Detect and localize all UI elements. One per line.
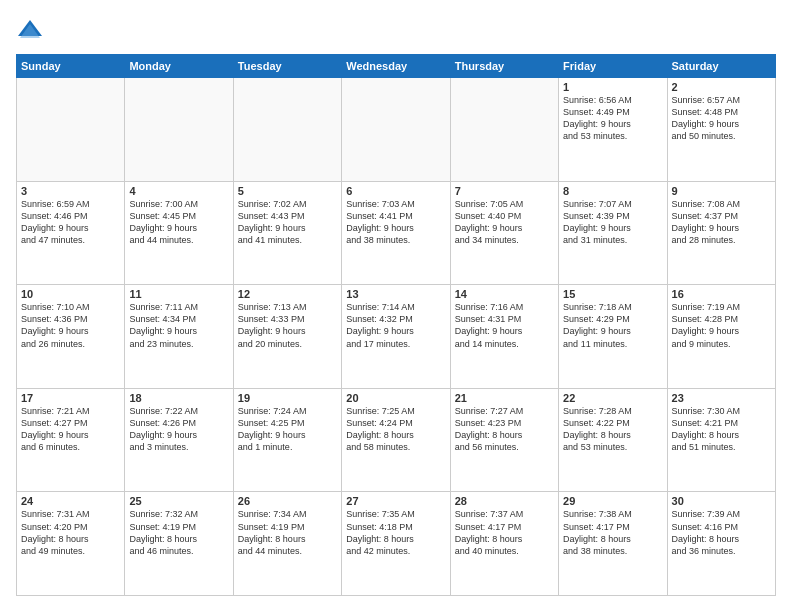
day-number: 21 <box>455 392 554 404</box>
day-info: Sunrise: 7:11 AM Sunset: 4:34 PM Dayligh… <box>129 301 228 350</box>
day-number: 30 <box>672 495 771 507</box>
day-info: Sunrise: 7:16 AM Sunset: 4:31 PM Dayligh… <box>455 301 554 350</box>
day-number: 11 <box>129 288 228 300</box>
calendar-cell: 26Sunrise: 7:34 AM Sunset: 4:19 PM Dayli… <box>233 492 341 596</box>
day-number: 24 <box>21 495 120 507</box>
day-number: 26 <box>238 495 337 507</box>
day-number: 8 <box>563 185 662 197</box>
weekday-header-monday: Monday <box>125 55 233 78</box>
header <box>16 16 776 44</box>
day-number: 2 <box>672 81 771 93</box>
day-info: Sunrise: 7:35 AM Sunset: 4:18 PM Dayligh… <box>346 508 445 557</box>
day-number: 1 <box>563 81 662 93</box>
calendar-cell: 22Sunrise: 7:28 AM Sunset: 4:22 PM Dayli… <box>559 388 667 492</box>
day-info: Sunrise: 7:18 AM Sunset: 4:29 PM Dayligh… <box>563 301 662 350</box>
day-info: Sunrise: 7:22 AM Sunset: 4:26 PM Dayligh… <box>129 405 228 454</box>
calendar-cell: 30Sunrise: 7:39 AM Sunset: 4:16 PM Dayli… <box>667 492 775 596</box>
weekday-header-wednesday: Wednesday <box>342 55 450 78</box>
calendar-cell <box>125 78 233 182</box>
day-number: 9 <box>672 185 771 197</box>
calendar-cell: 16Sunrise: 7:19 AM Sunset: 4:28 PM Dayli… <box>667 285 775 389</box>
day-number: 6 <box>346 185 445 197</box>
day-number: 16 <box>672 288 771 300</box>
calendar-cell: 17Sunrise: 7:21 AM Sunset: 4:27 PM Dayli… <box>17 388 125 492</box>
calendar-cell: 12Sunrise: 7:13 AM Sunset: 4:33 PM Dayli… <box>233 285 341 389</box>
calendar-cell: 2Sunrise: 6:57 AM Sunset: 4:48 PM Daylig… <box>667 78 775 182</box>
day-info: Sunrise: 7:28 AM Sunset: 4:22 PM Dayligh… <box>563 405 662 454</box>
day-number: 14 <box>455 288 554 300</box>
day-info: Sunrise: 7:13 AM Sunset: 4:33 PM Dayligh… <box>238 301 337 350</box>
day-info: Sunrise: 6:56 AM Sunset: 4:49 PM Dayligh… <box>563 94 662 143</box>
calendar-cell: 8Sunrise: 7:07 AM Sunset: 4:39 PM Daylig… <box>559 181 667 285</box>
day-info: Sunrise: 7:08 AM Sunset: 4:37 PM Dayligh… <box>672 198 771 247</box>
week-row-3: 10Sunrise: 7:10 AM Sunset: 4:36 PM Dayli… <box>17 285 776 389</box>
calendar-cell: 10Sunrise: 7:10 AM Sunset: 4:36 PM Dayli… <box>17 285 125 389</box>
day-number: 25 <box>129 495 228 507</box>
day-number: 27 <box>346 495 445 507</box>
day-number: 3 <box>21 185 120 197</box>
day-info: Sunrise: 6:59 AM Sunset: 4:46 PM Dayligh… <box>21 198 120 247</box>
day-info: Sunrise: 7:25 AM Sunset: 4:24 PM Dayligh… <box>346 405 445 454</box>
calendar-cell: 18Sunrise: 7:22 AM Sunset: 4:26 PM Dayli… <box>125 388 233 492</box>
weekday-header-thursday: Thursday <box>450 55 558 78</box>
day-info: Sunrise: 7:27 AM Sunset: 4:23 PM Dayligh… <box>455 405 554 454</box>
weekday-header-row: SundayMondayTuesdayWednesdayThursdayFrid… <box>17 55 776 78</box>
calendar-cell: 13Sunrise: 7:14 AM Sunset: 4:32 PM Dayli… <box>342 285 450 389</box>
day-number: 13 <box>346 288 445 300</box>
day-number: 12 <box>238 288 337 300</box>
calendar-cell: 25Sunrise: 7:32 AM Sunset: 4:19 PM Dayli… <box>125 492 233 596</box>
weekday-header-friday: Friday <box>559 55 667 78</box>
calendar-cell: 15Sunrise: 7:18 AM Sunset: 4:29 PM Dayli… <box>559 285 667 389</box>
day-info: Sunrise: 7:24 AM Sunset: 4:25 PM Dayligh… <box>238 405 337 454</box>
day-number: 22 <box>563 392 662 404</box>
calendar-cell: 23Sunrise: 7:30 AM Sunset: 4:21 PM Dayli… <box>667 388 775 492</box>
day-info: Sunrise: 7:30 AM Sunset: 4:21 PM Dayligh… <box>672 405 771 454</box>
week-row-5: 24Sunrise: 7:31 AM Sunset: 4:20 PM Dayli… <box>17 492 776 596</box>
calendar-cell: 29Sunrise: 7:38 AM Sunset: 4:17 PM Dayli… <box>559 492 667 596</box>
day-info: Sunrise: 7:14 AM Sunset: 4:32 PM Dayligh… <box>346 301 445 350</box>
day-number: 10 <box>21 288 120 300</box>
day-number: 17 <box>21 392 120 404</box>
day-info: Sunrise: 7:38 AM Sunset: 4:17 PM Dayligh… <box>563 508 662 557</box>
calendar-cell: 11Sunrise: 7:11 AM Sunset: 4:34 PM Dayli… <box>125 285 233 389</box>
calendar-cell: 24Sunrise: 7:31 AM Sunset: 4:20 PM Dayli… <box>17 492 125 596</box>
calendar-cell: 6Sunrise: 7:03 AM Sunset: 4:41 PM Daylig… <box>342 181 450 285</box>
calendar-cell: 19Sunrise: 7:24 AM Sunset: 4:25 PM Dayli… <box>233 388 341 492</box>
calendar-cell: 1Sunrise: 6:56 AM Sunset: 4:49 PM Daylig… <box>559 78 667 182</box>
day-number: 29 <box>563 495 662 507</box>
day-info: Sunrise: 7:05 AM Sunset: 4:40 PM Dayligh… <box>455 198 554 247</box>
calendar-cell: 4Sunrise: 7:00 AM Sunset: 4:45 PM Daylig… <box>125 181 233 285</box>
day-number: 20 <box>346 392 445 404</box>
page: SundayMondayTuesdayWednesdayThursdayFrid… <box>0 0 792 612</box>
day-info: Sunrise: 7:02 AM Sunset: 4:43 PM Dayligh… <box>238 198 337 247</box>
calendar-cell <box>17 78 125 182</box>
day-number: 7 <box>455 185 554 197</box>
day-info: Sunrise: 7:07 AM Sunset: 4:39 PM Dayligh… <box>563 198 662 247</box>
calendar-cell: 5Sunrise: 7:02 AM Sunset: 4:43 PM Daylig… <box>233 181 341 285</box>
calendar-cell: 14Sunrise: 7:16 AM Sunset: 4:31 PM Dayli… <box>450 285 558 389</box>
calendar-cell: 27Sunrise: 7:35 AM Sunset: 4:18 PM Dayli… <box>342 492 450 596</box>
calendar-cell: 28Sunrise: 7:37 AM Sunset: 4:17 PM Dayli… <box>450 492 558 596</box>
weekday-header-sunday: Sunday <box>17 55 125 78</box>
week-row-2: 3Sunrise: 6:59 AM Sunset: 4:46 PM Daylig… <box>17 181 776 285</box>
week-row-1: 1Sunrise: 6:56 AM Sunset: 4:49 PM Daylig… <box>17 78 776 182</box>
day-number: 4 <box>129 185 228 197</box>
logo <box>16 16 48 44</box>
day-info: Sunrise: 7:37 AM Sunset: 4:17 PM Dayligh… <box>455 508 554 557</box>
weekday-header-tuesday: Tuesday <box>233 55 341 78</box>
calendar-cell: 7Sunrise: 7:05 AM Sunset: 4:40 PM Daylig… <box>450 181 558 285</box>
weekday-header-saturday: Saturday <box>667 55 775 78</box>
day-info: Sunrise: 7:32 AM Sunset: 4:19 PM Dayligh… <box>129 508 228 557</box>
day-info: Sunrise: 7:19 AM Sunset: 4:28 PM Dayligh… <box>672 301 771 350</box>
logo-icon <box>16 16 44 44</box>
day-info: Sunrise: 6:57 AM Sunset: 4:48 PM Dayligh… <box>672 94 771 143</box>
calendar-cell: 9Sunrise: 7:08 AM Sunset: 4:37 PM Daylig… <box>667 181 775 285</box>
week-row-4: 17Sunrise: 7:21 AM Sunset: 4:27 PM Dayli… <box>17 388 776 492</box>
day-number: 19 <box>238 392 337 404</box>
day-info: Sunrise: 7:34 AM Sunset: 4:19 PM Dayligh… <box>238 508 337 557</box>
calendar: SundayMondayTuesdayWednesdayThursdayFrid… <box>16 54 776 596</box>
day-info: Sunrise: 7:00 AM Sunset: 4:45 PM Dayligh… <box>129 198 228 247</box>
calendar-cell <box>450 78 558 182</box>
calendar-cell <box>342 78 450 182</box>
day-info: Sunrise: 7:10 AM Sunset: 4:36 PM Dayligh… <box>21 301 120 350</box>
